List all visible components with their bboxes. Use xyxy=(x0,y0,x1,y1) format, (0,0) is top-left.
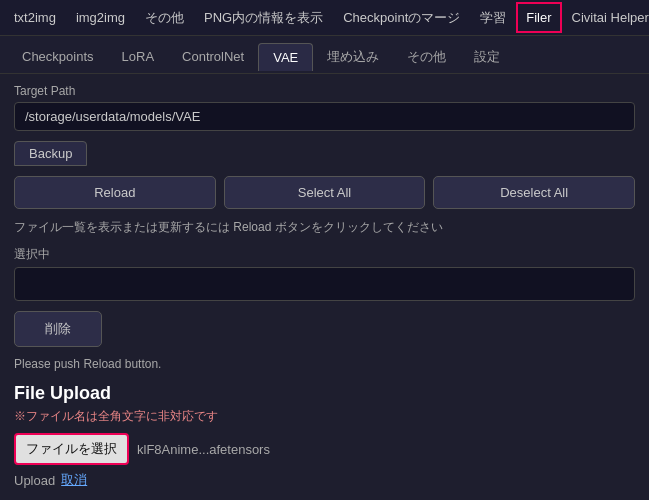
backup-tab[interactable]: Backup xyxy=(14,141,87,166)
nav-img2img[interactable]: img2img xyxy=(66,2,135,33)
nav-gakushu[interactable]: 学習 xyxy=(470,1,516,35)
cancel-link[interactable]: 取消 xyxy=(61,471,87,489)
tab-row: Checkpoints LoRA ControlNet VAE 埋め込み その他… xyxy=(0,36,649,74)
deselect-all-button[interactable]: Deselect All xyxy=(433,176,635,209)
top-nav: txt2img img2img その他 PNG内の情報を表示 Checkpoin… xyxy=(0,0,649,36)
nav-checkpoint-merge[interactable]: Checkpointのマージ xyxy=(333,1,470,35)
tab-settings[interactable]: 設定 xyxy=(460,42,514,72)
tab-checkpoints[interactable]: Checkpoints xyxy=(8,43,108,70)
tab-vae[interactable]: VAE xyxy=(258,43,313,71)
nav-sonota[interactable]: その他 xyxy=(135,1,194,35)
tab-sonota2[interactable]: その他 xyxy=(393,42,460,72)
push-text: Please push Reload button. xyxy=(14,357,635,371)
upload-label: Upload xyxy=(14,473,55,488)
file-name-display: klF8Anime...afetensors xyxy=(137,442,270,457)
backup-tabs: Backup xyxy=(14,141,635,166)
selected-label: 選択中 xyxy=(14,246,635,263)
tab-lora[interactable]: LoRA xyxy=(108,43,169,70)
tab-umekomu[interactable]: 埋め込み xyxy=(313,42,393,72)
tab-controlnet[interactable]: ControlNet xyxy=(168,43,258,70)
nav-civitai[interactable]: Civitai Helper xyxy=(562,2,649,33)
action-button-row: Reload Select All Deselect All xyxy=(14,176,635,209)
nav-png-info[interactable]: PNG内の情報を表示 xyxy=(194,1,333,35)
file-choose-button[interactable]: ファイルを選択 xyxy=(14,433,129,465)
delete-button[interactable]: 削除 xyxy=(14,311,102,347)
selected-input[interactable] xyxy=(14,267,635,301)
target-path-label: Target Path xyxy=(14,84,635,98)
reload-button[interactable]: Reload xyxy=(14,176,216,209)
info-text: ファイル一覧を表示または更新するには Reload ボタンをクリックしてください xyxy=(14,219,635,236)
file-upload-title: File Upload xyxy=(14,383,635,404)
upload-cancel-row: Upload 取消 xyxy=(14,471,635,489)
file-note: ※ファイル名は全角文字に非対応です xyxy=(14,408,635,425)
nav-filer[interactable]: Filer xyxy=(516,2,561,33)
target-path-input[interactable] xyxy=(14,102,635,131)
main-content: Target Path Backup Reload Select All Des… xyxy=(0,74,649,500)
nav-txt2img[interactable]: txt2img xyxy=(4,2,66,33)
file-choose-row: ファイルを選択 klF8Anime...afetensors xyxy=(14,433,635,465)
select-all-button[interactable]: Select All xyxy=(224,176,426,209)
